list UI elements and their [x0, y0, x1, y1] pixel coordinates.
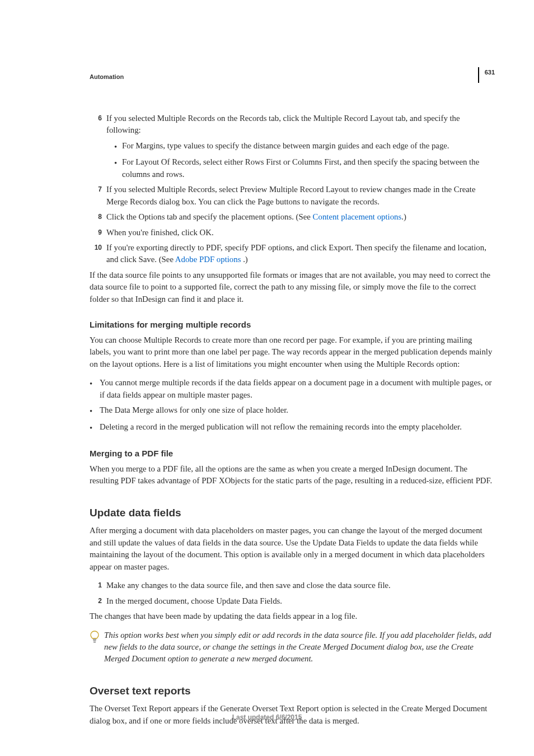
limitations-bullet-3: • Deleting a record in the merged public… [90, 421, 462, 434]
update-intro: After merging a document with data place… [90, 525, 495, 573]
step-text: Click the Options tab and specify the pl… [106, 211, 406, 223]
step-text: If you selected Multiple Records on the … [106, 113, 495, 137]
step-8: 8 Click the Options tab and specify the … [90, 211, 406, 223]
bullet-text: For Margins, type values to specify the … [122, 140, 449, 153]
content-placement-options-link[interactable]: Content placement options [313, 212, 402, 221]
step-number: 9 [90, 227, 106, 239]
limitations-bullet-2: • The Data Merge allows for only one siz… [90, 404, 288, 417]
step-number: 8 [90, 211, 106, 223]
page-footer: Last updated 6/6/2015 [0, 713, 534, 722]
step-number: 7 [90, 184, 106, 208]
bullet-text: Deleting a record in the merged publicat… [100, 421, 462, 434]
bullet-dot: • [90, 404, 100, 417]
limitations-intro: You can choose Multiple Records to creat… [90, 334, 495, 370]
step-text-post: .) [243, 255, 248, 264]
update-step-1: 1 Make any changes to the data source fi… [90, 580, 391, 591]
merging-pdf-heading: Merging to a PDF file [90, 447, 495, 460]
overset-heading: Overset text reports [90, 683, 495, 699]
bullet-dot: • [90, 421, 100, 434]
step-text-post: .) [401, 212, 406, 221]
svg-rect-2 [93, 642, 96, 643]
step-9: 9 When you're finished, click OK. [90, 227, 214, 239]
step-7: 7 If you selected Multiple Records, sele… [90, 184, 495, 208]
bullet-text: You cannot merge multiple records if the… [100, 377, 495, 401]
step-6-bullet-2: • For Layout Of Records, select either R… [114, 156, 495, 180]
unsupported-file-note: If the data source file points to any un… [90, 269, 495, 305]
tip-note: This option works best when you simply e… [90, 629, 495, 665]
step-text: In the merged document, choose Update Da… [106, 595, 282, 607]
step-6: 6 If you selected Multiple Records on th… [90, 113, 495, 137]
step-number: 10 [90, 242, 106, 266]
running-head: Automation [90, 73, 495, 82]
bullet-dot: • [114, 140, 122, 153]
svg-rect-1 [93, 640, 96, 641]
limitations-bullet-1: • You cannot merge multiple records if t… [90, 377, 495, 401]
step-number: 6 [90, 113, 106, 137]
page-number: 631 [478, 67, 495, 83]
svg-rect-0 [93, 639, 96, 640]
update-step-2: 2 In the merged document, choose Update … [90, 595, 282, 607]
step-text: If you selected Multiple Records, select… [106, 184, 495, 208]
update-after: The changes that have been made by updat… [90, 610, 495, 622]
merging-pdf-text: When you merge to a PDF file, all the op… [90, 463, 495, 487]
step-6-bullet-1: • For Margins, type values to specify th… [114, 140, 449, 153]
step-text-pre: If you're exporting directly to PDF, spe… [106, 243, 486, 264]
lightbulb-icon [90, 629, 104, 665]
bullet-text: The Data Merge allows for only one size … [100, 404, 288, 417]
step-text: If you're exporting directly to PDF, spe… [106, 242, 495, 266]
tip-text: This option works best when you simply e… [104, 629, 495, 665]
bullet-dot: • [114, 156, 122, 180]
bullet-dot: • [90, 377, 100, 401]
step-text: When you're finished, click OK. [106, 227, 214, 239]
step-number: 2 [90, 595, 106, 607]
step-text-pre: Click the Options tab and specify the pl… [106, 212, 313, 221]
update-data-fields-heading: Update data fields [90, 505, 495, 521]
limitations-heading: Limitations for merging multiple records [90, 319, 495, 331]
step-number: 1 [90, 580, 106, 591]
step-10: 10 If you're exporting directly to PDF, … [90, 242, 495, 266]
step-text: Make any changes to the data source file… [106, 580, 391, 591]
adobe-pdf-options-link[interactable]: Adobe PDF options [175, 255, 243, 264]
bullet-text: For Layout Of Records, select either Row… [122, 156, 495, 180]
